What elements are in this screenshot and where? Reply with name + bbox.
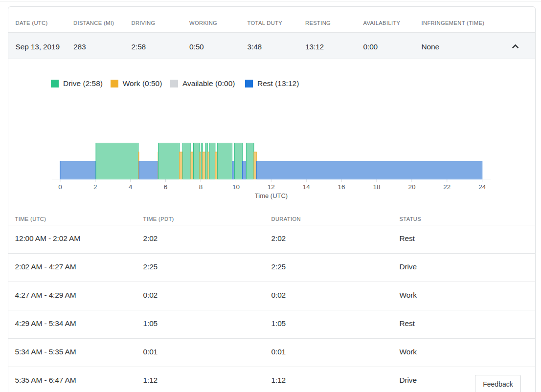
- svg-text:20: 20: [408, 183, 415, 191]
- svg-text:10: 10: [232, 183, 240, 191]
- svg-text:22: 22: [443, 183, 451, 191]
- svg-text:24: 24: [478, 183, 486, 191]
- svg-text:6: 6: [164, 183, 168, 191]
- svg-text:0: 0: [58, 183, 62, 191]
- svg-text:18: 18: [373, 183, 380, 191]
- svg-text:8: 8: [199, 183, 203, 191]
- svg-text:12: 12: [268, 183, 275, 191]
- svg-text:Time (UTC): Time (UTC): [255, 192, 288, 199]
- svg-text:4: 4: [129, 183, 133, 191]
- svg-text:2: 2: [93, 183, 97, 191]
- svg-text:14: 14: [303, 183, 311, 191]
- svg-text:16: 16: [338, 183, 345, 191]
